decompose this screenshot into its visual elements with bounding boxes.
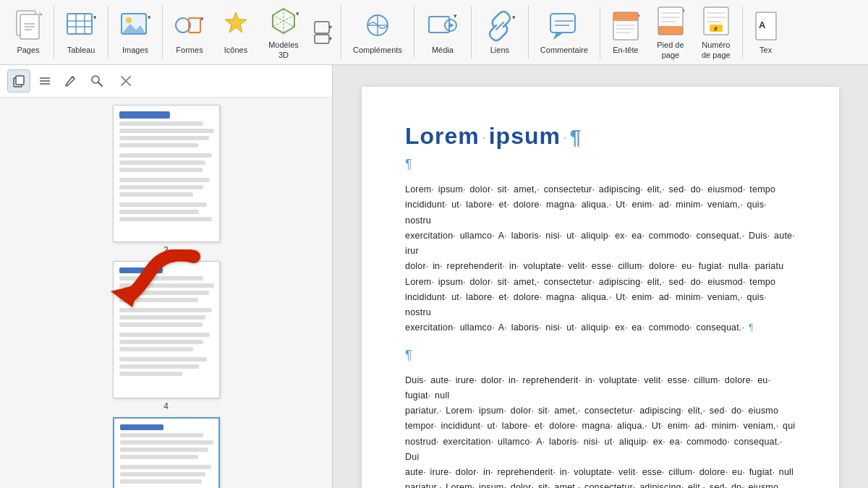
sep2: [108, 6, 109, 59]
sidebar-edit-btn[interactable]: [59, 69, 82, 93]
toolbar-pages[interactable]: ▾ Pages: [6, 0, 51, 64]
pages-list: 3: [0, 98, 332, 488]
svg-point-14: [126, 17, 132, 23]
svg-marker-40: [553, 33, 563, 40]
sidebar-toolbar: [0, 65, 332, 98]
toolbar-piedpage[interactable]: ▾ Pied de page: [648, 0, 693, 64]
document-area[interactable]: Lorem·ipsum·¶ ¶ Lorem· ipsum· dolor· sit…: [333, 65, 868, 488]
svg-rect-27: [315, 35, 329, 43]
screenshot-icon: ▾ ▾: [313, 16, 333, 49]
page-3-item[interactable]: 3: [113, 105, 220, 255]
toolbar-tableau[interactable]: ▾ Tableau: [57, 0, 105, 64]
toolbar-complements[interactable]: Compléments: [344, 0, 411, 64]
toolbar-piedpage-label: Pied de page: [657, 40, 684, 59]
toolbar-commentaire-label: Commentaire: [540, 46, 588, 55]
sep1: [54, 6, 54, 59]
toolbar-entete[interactable]: ▾ En-tête: [603, 0, 648, 64]
sep3: [162, 6, 163, 59]
toolbar-pages-label: Pages: [17, 46, 39, 55]
section-pilcrow-1: ¶: [405, 157, 796, 172]
paragraph-1: Lorem· ipsum· dolor· sit· amet,· consect…: [405, 182, 796, 336]
complements-icon: [361, 9, 394, 43]
commentaire-icon: [548, 9, 581, 43]
svg-text:▾: ▾: [329, 35, 332, 42]
svg-text:▾: ▾: [512, 14, 516, 21]
svg-text:▾: ▾: [200, 15, 204, 22]
sidebar: 3: [0, 65, 333, 488]
toolbar-liens[interactable]: ▾ Liens: [475, 0, 525, 64]
document-title: Lorem·ipsum·¶: [405, 123, 796, 150]
numerodepage-icon: #: [702, 4, 730, 38]
toolbar-numerodepage[interactable]: # Numéro de page: [693, 0, 739, 64]
toolbar-tex[interactable]: A Tex: [746, 0, 786, 64]
sep4: [341, 6, 341, 59]
page-4-thumb[interactable]: [113, 261, 220, 398]
list-icon: [38, 74, 51, 87]
toolbar-screenshot[interactable]: ▾ ▾: [309, 0, 338, 64]
sep9: [742, 6, 743, 59]
document-page: Lorem·ipsum·¶ ¶ Lorem· ipsum· dolor· sit…: [362, 87, 839, 488]
toolbar-commentaire[interactable]: Commentaire: [532, 0, 597, 64]
toolbar-tableau-label: Tableau: [67, 46, 95, 55]
sep7: [528, 6, 529, 59]
page-3-label: 3: [163, 245, 169, 255]
page-3-thumb[interactable]: [113, 105, 220, 242]
search-icon: [90, 74, 103, 87]
toolbar-formes[interactable]: ▾ Formes: [166, 0, 213, 64]
toolbar-images[interactable]: ▾ Images: [111, 0, 159, 64]
copy-icon: [12, 74, 25, 87]
svg-line-68: [72, 77, 75, 79]
svg-marker-20: [225, 12, 247, 33]
svg-text:▾: ▾: [454, 12, 457, 20]
section-pilcrow-2: ¶: [405, 348, 796, 363]
svg-text:▾: ▾: [148, 14, 150, 21]
toolbar-modeles3d-label: Modèles 3D: [268, 40, 299, 59]
toolbar-numerodepage-label: Numéro de page: [702, 40, 731, 59]
sidebar-close-btn[interactable]: [114, 69, 137, 93]
sidebar-search-btn[interactable]: [85, 69, 109, 93]
svg-rect-50: [658, 26, 683, 35]
sep5: [414, 6, 414, 59]
formes-icon: ▾: [174, 9, 205, 43]
sep6: [471, 6, 472, 59]
svg-line-37: [496, 22, 503, 30]
svg-text:▾: ▾: [329, 24, 332, 30]
close-icon: [119, 74, 132, 87]
svg-text:A: A: [759, 20, 766, 30]
svg-marker-35: [448, 22, 454, 28]
liens-icon: ▾: [483, 9, 516, 43]
pages-icon: ▾: [14, 9, 42, 43]
svg-rect-26: [315, 22, 329, 33]
images-icon: ▾: [120, 9, 150, 43]
piedpage-icon: ▾: [657, 4, 684, 38]
svg-text:▾: ▾: [683, 7, 684, 14]
toolbar-tex-label: Tex: [760, 46, 772, 55]
edit-icon: [64, 74, 77, 87]
toolbar-modeles3d[interactable]: ▾ Modèles 3D: [258, 0, 309, 64]
toolbar-complements-label: Compléments: [353, 46, 402, 55]
toolbar-media[interactable]: ▾ Média: [417, 0, 468, 64]
svg-rect-7: [67, 14, 92, 34]
sidebar-list-btn[interactable]: [33, 69, 56, 93]
svg-rect-39: [550, 14, 575, 33]
toolbar-images-label: Images: [122, 46, 148, 55]
svg-rect-33: [429, 17, 449, 33]
toolbar-entete-label: En-tête: [613, 46, 638, 55]
svg-text:#: #: [714, 25, 718, 33]
main-area: 3: [0, 65, 868, 488]
icones-icon: [222, 9, 250, 43]
toolbar-icones[interactable]: Icônes: [213, 0, 258, 64]
sidebar-copy-btn[interactable]: [7, 69, 30, 93]
toolbar-media-label: Média: [432, 46, 454, 55]
svg-text:▾: ▾: [93, 14, 96, 21]
toolbar-liens-label: Liens: [490, 46, 509, 55]
page-5-thumb[interactable]: [113, 417, 220, 488]
page-4-label: 4: [163, 401, 169, 411]
tableau-icon: ▾: [66, 9, 96, 43]
page-5-item[interactable]: 5: [113, 417, 220, 488]
svg-rect-64: [16, 76, 24, 85]
modeles3d-icon: ▾: [267, 4, 300, 38]
svg-text:▾: ▾: [638, 12, 639, 20]
page-4-item[interactable]: 4: [113, 261, 220, 411]
sep8: [600, 6, 600, 59]
